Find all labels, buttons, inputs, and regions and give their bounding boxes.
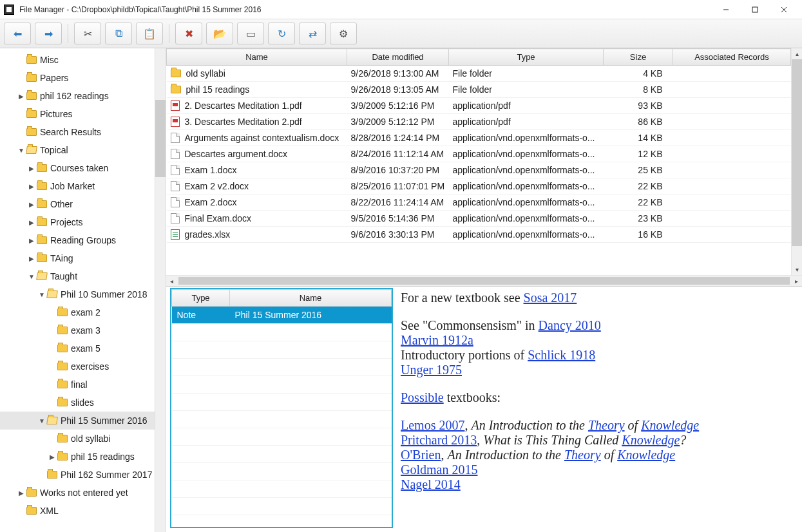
tree-item[interactable]: ▼ Phil 10 Summer 2018 (0, 285, 155, 303)
link-schlick-1918[interactable]: Schlick 1918 (528, 348, 595, 362)
cut-button[interactable]: ✂ (74, 23, 101, 44)
expand-icon[interactable]: ▶ (17, 489, 26, 497)
file-row[interactable]: phil 15 readings 9/26/2018 9:13:05 AM Fi… (167, 82, 791, 98)
mapping-button[interactable]: ⇄ (299, 23, 326, 44)
tree-item[interactable]: final (0, 375, 155, 394)
link-nagel-2014[interactable]: Nagel 2014 (401, 477, 461, 491)
file-row[interactable]: Exam 2 v2.docx 8/25/2016 11:07:01 PM app… (167, 178, 791, 195)
record-row-empty (172, 428, 392, 446)
file-row[interactable]: 3. Descartes Meditation 2.pdf 3/9/2009 5… (167, 114, 791, 130)
tree-item[interactable]: exercises (0, 357, 155, 375)
file-row[interactable]: 2. Descartes Meditation 1.pdf 3/9/2009 5… (167, 98, 791, 114)
forward-button[interactable]: ➡ (35, 23, 62, 44)
tree-item[interactable]: ▶ phil 162 readings (0, 87, 155, 105)
minimize-button[interactable] (711, 1, 740, 19)
filelist-hscrollbar[interactable]: ◂▸ (166, 275, 802, 286)
link-obrien[interactable]: O'Brien (401, 448, 441, 462)
tree-item[interactable]: exam 2 (0, 303, 155, 321)
tree-item[interactable]: Misc (0, 51, 155, 69)
link-sosa-2017[interactable]: Sosa 2017 (524, 290, 577, 305)
copy-button[interactable]: ⧉ (105, 23, 132, 44)
file-row[interactable]: Exam 2.docx 8/22/2016 11:24:14 AM applic… (167, 195, 791, 211)
tree-item[interactable]: Phil 162 Summer 2017 (0, 466, 155, 484)
col-assoc[interactable]: Associated Records (673, 49, 791, 66)
tree-item[interactable]: ▶ Projects (0, 213, 155, 231)
expand-icon[interactable]: ▶ (48, 453, 57, 461)
refresh-button[interactable]: ↻ (268, 23, 295, 44)
tree-item[interactable]: Papers (0, 69, 155, 87)
col-name[interactable]: Name (167, 49, 347, 66)
expand-icon[interactable]: ▼ (37, 417, 46, 424)
tree-item[interactable]: ▶ Other (0, 195, 155, 213)
close-button[interactable] (769, 1, 798, 19)
paste-button[interactable]: 📋 (136, 23, 163, 44)
tree-item[interactable]: slides (0, 394, 155, 412)
options-button[interactable]: ⚙ (330, 23, 357, 44)
col-size[interactable]: Size (604, 49, 673, 66)
link-theory[interactable]: Theory (564, 448, 601, 462)
file-row[interactable]: Final Exam.docx 9/5/2016 5:14:36 PM appl… (167, 211, 791, 227)
tree-item[interactable]: exam 3 (0, 321, 155, 339)
expand-icon[interactable]: ▶ (27, 255, 36, 262)
tree-item[interactable]: ▶ Reading Groups (0, 231, 155, 249)
record-row[interactable]: NotePhil 15 Summer 2016 (172, 307, 392, 324)
file-type: application/pdf (449, 114, 604, 130)
link-goldman-2015[interactable]: Goldman 2015 (401, 462, 477, 477)
records-table[interactable]: Type Name NotePhil 15 Summer 2016 (171, 289, 392, 515)
col-type[interactable]: Type (449, 49, 604, 66)
new-folder-button[interactable]: 📂 (206, 23, 233, 44)
expand-icon[interactable]: ▶ (27, 165, 36, 172)
link-unger-1975[interactable]: Unger 1975 (401, 363, 462, 377)
file-list-table[interactable]: Name Date modified Type Size Associated … (166, 48, 791, 243)
link-lemos-2007[interactable]: Lemos 2007 (401, 418, 464, 432)
note-preview[interactable]: For a new textbook see Sosa 2017 See "Co… (397, 288, 797, 528)
link-marvin-1912a[interactable]: Marvin 1912a (401, 333, 473, 347)
tree-item[interactable]: ▶ TAing (0, 249, 155, 267)
tree-item[interactable]: Search Results (0, 123, 155, 141)
link-possible[interactable]: Possible (401, 390, 444, 404)
tree-item[interactable]: XML (0, 502, 155, 520)
link-knowledge[interactable]: Knowledge (641, 418, 699, 432)
tree-item[interactable]: ▼ Taught (0, 267, 155, 285)
link-knowledge[interactable]: Knowledge (617, 448, 675, 462)
folder-tree[interactable]: Misc Papers▶ phil 162 readings Pictures … (0, 48, 155, 532)
file-row[interactable]: grades.xlsx 9/6/2016 3:30:13 PM applicat… (167, 227, 791, 243)
tree-item[interactable]: ▶ phil 15 readings (0, 448, 155, 466)
col-date[interactable]: Date modified (347, 49, 449, 66)
file-row[interactable]: Exam 1.docx 8/9/2016 10:37:20 PM applica… (167, 162, 791, 178)
expand-icon[interactable]: ▶ (27, 183, 36, 190)
file-row[interactable]: old syllabi 9/26/2018 9:13:00 AM File fo… (167, 66, 791, 82)
toolbar: ⬅ ➡ ✂ ⧉ 📋 ✖ 📂 ▭ ↻ ⇄ ⚙ (0, 19, 802, 48)
expand-icon[interactable]: ▼ (17, 147, 26, 154)
records-col-type[interactable]: Type (172, 290, 230, 307)
link-theory[interactable]: Theory (588, 418, 625, 432)
filelist-vscrollbar[interactable]: ▴ ▾ (791, 48, 802, 275)
rename-button[interactable]: ▭ (237, 23, 264, 44)
tree-item[interactable]: ▶ Job Market (0, 177, 155, 195)
expand-icon[interactable]: ▼ (37, 291, 46, 298)
tree-item[interactable]: ▶ Courses taken (0, 159, 155, 177)
tree-item[interactable]: ▼ Phil 15 Summer 2016 (0, 412, 155, 430)
delete-button[interactable]: ✖ (175, 23, 202, 44)
link-knowledge[interactable]: Knowledge (622, 433, 680, 447)
tree-scrollbar[interactable] (155, 48, 166, 532)
record-row-empty (172, 324, 392, 341)
tree-item[interactable]: Pictures (0, 105, 155, 123)
back-button[interactable]: ⬅ (4, 23, 31, 44)
link-dancy-2010[interactable]: Dancy 2010 (539, 318, 601, 332)
tree-item[interactable]: ▼ Topical (0, 141, 155, 159)
file-row[interactable]: Descartes argument.docx 8/24/2016 11:12:… (167, 146, 791, 162)
tree-item[interactable]: exam 5 (0, 339, 155, 357)
tree-item[interactable]: ▶ Works not entered yet (0, 484, 155, 502)
maximize-button[interactable] (740, 1, 769, 19)
expand-icon[interactable]: ▶ (27, 201, 36, 208)
expand-icon[interactable]: ▼ (27, 273, 36, 280)
file-row[interactable]: Arguments against contextualism.docx 8/2… (167, 130, 791, 146)
expand-icon[interactable]: ▶ (17, 93, 26, 100)
tree-item-label: Misc (37, 55, 59, 65)
expand-icon[interactable]: ▶ (27, 237, 36, 244)
tree-item[interactable]: old syllabi (0, 430, 155, 448)
expand-icon[interactable]: ▶ (27, 219, 36, 226)
link-pritchard-2013[interactable]: Pritchard 2013 (401, 433, 477, 447)
records-col-name[interactable]: Name (230, 290, 392, 307)
